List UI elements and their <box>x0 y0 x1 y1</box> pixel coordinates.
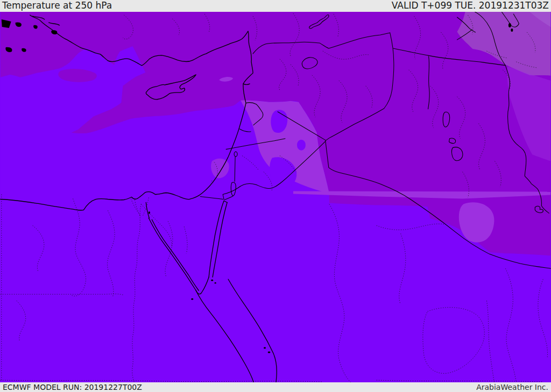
lake-urmia-south <box>511 28 513 32</box>
lake-bitter <box>149 211 150 213</box>
brand-label: ArabiaWeather Inc. <box>476 383 551 391</box>
header-bar: Temperature at 250 hPa VALID T+099 TUE. … <box>0 0 551 12</box>
weather-app-screen: Temperature at 250 hPa VALID T+099 TUE. … <box>0 0 551 392</box>
map-container <box>0 12 551 382</box>
lake-urmia <box>508 23 511 27</box>
footer-bar: ECMWF MODEL RUN: 20191227T00Z ArabiaWeat… <box>0 382 551 392</box>
page-title: Temperature at 250 hPa <box>0 0 112 11</box>
shade-bright-hole-3 <box>297 140 306 151</box>
island-red-sea-2 <box>268 351 271 353</box>
island-tiran <box>211 280 213 281</box>
valid-time-label: VALID T+099 TUE. 20191231T03Z <box>392 0 551 11</box>
island-red-sea-1 <box>264 347 266 349</box>
weather-map <box>0 12 551 382</box>
model-run-label: ECMWF MODEL RUN: 20191227T00Z <box>0 383 142 391</box>
island-tiran-2 <box>215 282 216 283</box>
temperature-shading <box>1 12 551 382</box>
island-shadwan <box>191 298 193 300</box>
